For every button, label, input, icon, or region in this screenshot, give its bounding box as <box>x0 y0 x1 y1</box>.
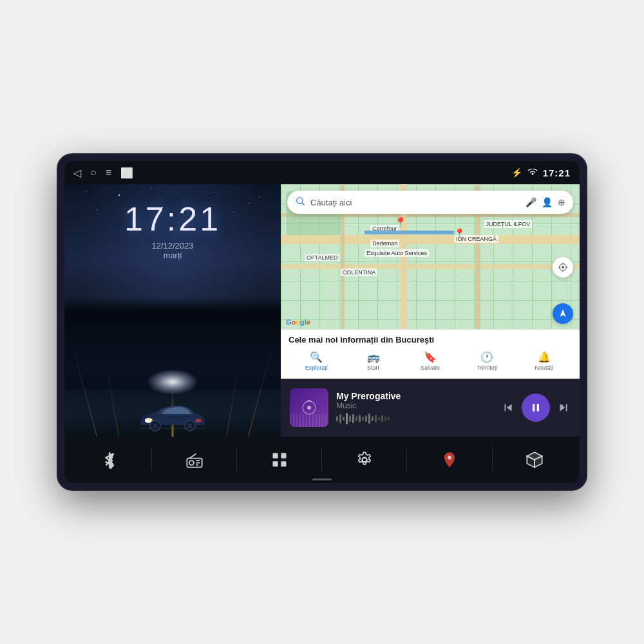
svg-rect-14 <box>537 404 539 412</box>
maps-right-icons: 🎤 👤 ⊕ <box>526 197 565 207</box>
music-album-art[interactable] <box>290 388 328 427</box>
maps-info-bar: Cele mai noi informații din București 🔍 … <box>281 329 580 379</box>
dock-apps[interactable] <box>270 451 289 469</box>
music-info: My Prerogative Music <box>336 391 493 424</box>
start-icon: 🚌 <box>367 351 380 363</box>
dock-3dbox[interactable] <box>526 451 544 469</box>
status-bar-left: ◁ ○ ≡ ⬜ <box>73 167 133 179</box>
svg-point-12 <box>307 406 311 410</box>
map-pin-carrefour: 📍 <box>394 216 407 229</box>
clock-time: 17:21 <box>124 200 221 238</box>
maps-info-title: Cele mai noi informații din București <box>289 335 572 345</box>
map-location-button[interactable] <box>553 257 573 278</box>
dock-maps[interactable] <box>440 451 459 469</box>
music-play-button[interactable] <box>522 393 550 422</box>
maps-tab-start[interactable]: 🚌 Start <box>345 348 401 374</box>
maps-tab-saved[interactable]: 🔖 Salvate <box>402 348 458 374</box>
swipe-indicator <box>312 478 332 480</box>
dock-settings[interactable] <box>355 451 374 469</box>
svg-point-17 <box>189 460 194 465</box>
svg-point-1 <box>145 419 149 422</box>
music-next-button[interactable] <box>556 401 571 415</box>
map-label-judet: JUDEȚUL ILFOV <box>484 220 533 228</box>
music-artist: Music <box>336 401 493 410</box>
map-pin-mega: 📍 <box>454 228 465 238</box>
map-label-colentina: COLENTINA <box>341 269 378 276</box>
clock-display: 17:21 12/12/2023 marți <box>124 200 221 260</box>
dock-radio[interactable] <box>185 451 204 469</box>
headlight-glow <box>147 369 198 395</box>
music-controls <box>501 393 571 422</box>
status-bar: ◁ ○ ≡ ⬜ ⚡ 17:21 <box>64 161 580 184</box>
menu-icon[interactable]: ≡ <box>106 167 111 178</box>
svg-point-8 <box>562 266 564 269</box>
maps-search-text[interactable]: Căutați aici <box>310 198 520 207</box>
music-waveform <box>336 413 493 424</box>
map-label-oftalmed: OFTALMED <box>305 254 339 261</box>
dock-divider-2 <box>236 447 237 473</box>
main-content: 17:21 12/12/2023 marți <box>64 184 580 437</box>
map-label-exquisite: Exquisite Auto Services <box>365 249 429 257</box>
maps-tab-share-label: Trimiteți <box>477 365 498 371</box>
maps-tab-share[interactable]: 🕐 Trimiteți <box>459 348 515 374</box>
car-scene <box>64 298 281 437</box>
google-logo: Google <box>286 318 310 326</box>
maps-mic-icon[interactable]: 🎤 <box>526 197 536 207</box>
svg-point-25 <box>362 458 366 462</box>
svg-point-2 <box>195 419 202 422</box>
dock-divider-1 <box>151 447 152 473</box>
dock-divider-5 <box>492 447 493 473</box>
back-icon[interactable]: ◁ <box>73 167 81 179</box>
svg-point-26 <box>448 456 451 460</box>
google-maps-search-icon <box>295 196 305 209</box>
share-icon: 🕐 <box>480 351 493 363</box>
maps-tab-news-label: Noutăți <box>535 365 554 371</box>
music-player: My Prerogative Music <box>281 379 580 437</box>
clock-date: 12/12/2023 <box>124 241 221 251</box>
road-horizontal-2 <box>281 264 580 269</box>
svg-rect-24 <box>281 461 286 466</box>
tunnel-lights <box>64 298 281 437</box>
maps-section[interactable]: Pattern Media Carrefour Dragonul Roșu De… <box>281 184 580 329</box>
right-panel: Pattern Media Carrefour Dragonul Roșu De… <box>281 184 580 437</box>
svg-point-4 <box>153 423 158 428</box>
maps-tab-explore-label: Explorați <box>305 365 328 371</box>
svg-rect-22 <box>281 453 286 459</box>
left-panel: 17:21 12/12/2023 marți <box>64 184 281 437</box>
maps-account-icon[interactable]: 👤 <box>542 197 553 207</box>
map-navigate-button[interactable] <box>553 303 573 324</box>
highlighted-route <box>365 231 454 234</box>
dock-bluetooth[interactable] <box>100 451 118 469</box>
screenshot-icon[interactable]: ⬜ <box>120 167 133 179</box>
maps-search-bar[interactable]: Căutați aici 🎤 👤 ⊕ <box>287 191 573 214</box>
home-icon[interactable]: ○ <box>90 167 97 178</box>
svg-rect-13 <box>533 404 535 412</box>
clock-day: marți <box>124 251 221 260</box>
device: ◁ ○ ≡ ⬜ ⚡ 17:21 <box>58 155 586 489</box>
news-icon: 🔔 <box>538 351 551 363</box>
dock-divider-4 <box>406 447 407 473</box>
maps-tab-explore[interactable]: 🔍 Explorați <box>289 348 344 374</box>
maps-tab-start-label: Start <box>367 365 379 371</box>
svg-point-6 <box>187 423 193 428</box>
maps-nav-tabs: 🔍 Explorați 🚌 Start 🔖 Salvate 🕐 <box>289 348 572 374</box>
maps-tab-saved-label: Salvate <box>421 365 440 371</box>
music-prev-button[interactable] <box>501 401 515 415</box>
music-title: My Prerogative <box>336 391 493 401</box>
svg-rect-23 <box>272 461 278 466</box>
screen: ◁ ○ ≡ ⬜ ⚡ 17:21 <box>64 161 580 483</box>
maps-tab-news[interactable]: 🔔 Noutăți <box>516 348 572 374</box>
saved-icon: 🔖 <box>424 351 437 363</box>
svg-rect-21 <box>272 453 278 459</box>
bottom-dock <box>64 437 580 483</box>
dock-divider-3 <box>321 447 322 473</box>
road-horizontal-main <box>281 235 580 244</box>
car-silhouette <box>137 402 208 431</box>
explore-icon: 🔍 <box>310 351 323 363</box>
status-bar-right: ⚡ 17:21 <box>511 167 571 178</box>
maps-layers-icon[interactable]: ⊕ <box>558 197 565 207</box>
status-time: 17:21 <box>543 167 571 178</box>
bluetooth-status-icon: ⚡ <box>511 167 522 178</box>
map-label-dedeman: Dedeman <box>370 240 399 247</box>
wifi-icon <box>527 167 538 178</box>
